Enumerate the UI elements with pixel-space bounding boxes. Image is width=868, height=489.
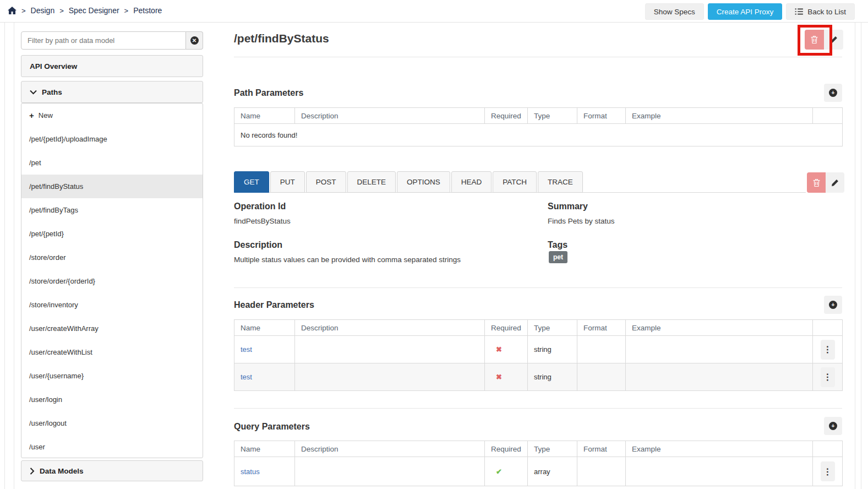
col-format: Format <box>577 441 626 457</box>
method-tab[interactable]: OPTIONS <box>397 171 450 193</box>
row-menu-button[interactable]: ⋮ <box>821 461 835 481</box>
sidebar-path-item[interactable]: /user/logout <box>21 411 203 435</box>
show-specs-button[interactable]: Show Specs <box>645 3 704 20</box>
kebab-icon: ⋮ <box>823 372 832 382</box>
add-query-parameter-button[interactable]: + <box>824 417 842 435</box>
sidebar-path-item[interactable]: /pet/findByTags <box>21 198 203 222</box>
param-type: string <box>528 336 577 363</box>
operation-id-label: Operation Id <box>234 202 286 211</box>
param-name-link[interactable]: test <box>241 345 252 354</box>
method-tab[interactable]: TRACE <box>538 171 583 193</box>
sidebar-path-item[interactable]: /pet/{petId}/uploadImage <box>21 127 203 151</box>
panel-divider <box>855 23 855 489</box>
method-tab[interactable]: POST <box>306 171 346 193</box>
method-tab-label: OPTIONS <box>407 178 440 186</box>
col-required: Required <box>485 441 528 457</box>
col-example: Example <box>626 320 813 336</box>
method-tab[interactable]: DELETE <box>347 171 396 193</box>
col-name: Name <box>234 108 295 124</box>
sidebar-section-data-models[interactable]: Data Models <box>21 460 203 481</box>
sidebar-path-item[interactable]: /pet/{petId} <box>21 222 203 246</box>
sidebar-path-item[interactable]: /user/login <box>21 388 203 411</box>
delete-path-button[interactable] <box>805 30 824 50</box>
plus-circle-icon: + <box>829 89 837 97</box>
col-required: Required <box>485 320 528 336</box>
panel-divider <box>4 23 5 489</box>
breadcrumb-spec-designer[interactable]: Spec Designer <box>69 6 119 15</box>
edit-operation-button[interactable] <box>826 172 844 193</box>
sidebar-item-api-overview[interactable]: API Overview <box>21 55 203 77</box>
back-to-list-button[interactable]: Back to List <box>786 3 855 20</box>
path-label: /user/{username} <box>29 372 84 380</box>
row-menu-button[interactable]: ⋮ <box>821 340 835 360</box>
col-name: Name <box>234 441 295 457</box>
description-value: Multiple status values can be provided w… <box>234 256 461 264</box>
sidebar-section-paths[interactable]: Paths <box>21 81 203 103</box>
param-example <box>626 363 813 391</box>
param-format <box>577 363 626 391</box>
back-to-list-label: Back to List <box>807 8 846 16</box>
sidebar-path-item[interactable]: /store/order/{orderId} <box>21 269 203 293</box>
path-label: /pet <box>29 159 41 167</box>
plus-icon: + <box>29 111 34 120</box>
path-parameters-table: Name Description Required Type Format Ex… <box>234 107 843 146</box>
sidebar-path-item[interactable]: /user/{username} <box>21 364 203 388</box>
list-icon <box>795 8 803 15</box>
tag-badge: pet <box>549 251 567 263</box>
method-tab-label: PATCH <box>503 178 527 186</box>
kebab-icon: ⋮ <box>823 344 832 355</box>
edit-path-button[interactable] <box>824 30 843 50</box>
param-name-link[interactable]: test <box>241 373 252 381</box>
home-icon[interactable] <box>8 7 17 14</box>
sidebar-path-item[interactable]: /user/createWithList <box>21 340 203 364</box>
method-tab-label: POST <box>316 178 336 186</box>
param-description <box>295 457 485 486</box>
add-header-parameter-button[interactable]: + <box>824 296 842 314</box>
description-label: Description <box>234 240 282 250</box>
sidebar-path-item[interactable]: /user/createWithArray <box>21 317 203 340</box>
add-path-parameter-button[interactable]: + <box>824 84 842 102</box>
delete-operation-button[interactable] <box>807 172 826 193</box>
param-description <box>295 363 485 391</box>
required-yes-icon: ✔ <box>496 468 502 476</box>
col-actions <box>813 320 843 336</box>
path-label: /store/order <box>29 253 65 262</box>
sidebar-path-item[interactable]: /store/order <box>21 246 203 269</box>
data-models-label: Data Models <box>40 467 84 475</box>
required-no-icon: ✖ <box>496 373 502 381</box>
sidebar-path-item[interactable]: /pet <box>21 151 203 175</box>
sidebar-path-item[interactable]: /user <box>21 435 203 458</box>
row-menu-button[interactable]: ⋮ <box>821 367 835 387</box>
method-tab-label: PUT <box>280 178 295 186</box>
new-path-button[interactable]: + New <box>21 104 203 127</box>
trash-icon <box>812 178 821 187</box>
breadcrumb-separator: > <box>124 7 129 15</box>
summary-label: Summary <box>548 202 588 211</box>
api-overview-label: API Overview <box>30 62 77 70</box>
col-format: Format <box>577 108 626 124</box>
operation-actions <box>807 172 844 193</box>
param-type: array <box>528 457 577 486</box>
filter-clear-button[interactable]: ✕ <box>186 31 203 50</box>
sidebar-path-item[interactable]: /store/inventory <box>21 293 203 317</box>
breadcrumb-separator: > <box>21 7 26 15</box>
method-tab[interactable]: PATCH <box>493 171 537 193</box>
create-api-proxy-button[interactable]: Create API Proxy <box>708 3 783 20</box>
path-actions <box>805 30 843 50</box>
path-label: /pet/{petId}/uploadImage <box>29 135 107 143</box>
param-name-link[interactable]: status <box>241 468 260 476</box>
required-no-icon: ✖ <box>496 345 502 354</box>
plus-circle-icon: + <box>829 422 837 430</box>
breadcrumb-petstore: Petstore <box>133 6 162 15</box>
col-example: Example <box>626 108 813 124</box>
new-path-label: New <box>39 111 53 119</box>
method-tab[interactable]: GET <box>234 171 269 193</box>
method-tab[interactable]: HEAD <box>451 171 492 193</box>
method-tab[interactable]: PUT <box>270 171 305 193</box>
filter-input[interactable] <box>21 31 186 50</box>
empty-row: No records found! <box>234 124 843 146</box>
param-example <box>626 336 813 363</box>
sidebar-path-item[interactable]: /pet/findByStatus <box>21 175 203 198</box>
method-tabs: GET PUT POST DELETE OPTIONS HEAD PATCH <box>234 171 583 193</box>
breadcrumb-design[interactable]: Design <box>31 6 55 15</box>
